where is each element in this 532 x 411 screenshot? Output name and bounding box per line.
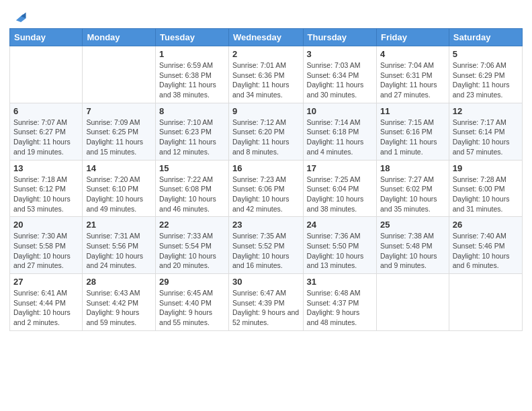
calendar-cell: 17Sunrise: 7:25 AM Sunset: 6:04 PM Dayli…	[303, 160, 376, 217]
calendar: SundayMondayTuesdayWednesdayThursdayFrid…	[9, 28, 523, 331]
calendar-cell: 19Sunrise: 7:28 AM Sunset: 6:00 PM Dayli…	[449, 160, 522, 217]
day-info: Sunrise: 7:10 AM Sunset: 6:23 PM Dayligh…	[159, 118, 225, 157]
calendar-cell: 18Sunrise: 7:27 AM Sunset: 6:02 PM Dayli…	[376, 160, 449, 217]
calendar-cell	[10, 46, 83, 103]
day-info: Sunrise: 7:28 AM Sunset: 6:00 PM Dayligh…	[453, 175, 519, 214]
day-info: Sunrise: 6:45 AM Sunset: 4:40 PM Dayligh…	[159, 288, 225, 328]
day-number: 15	[159, 163, 225, 173]
day-info: Sunrise: 6:43 AM Sunset: 4:42 PM Dayligh…	[86, 288, 152, 328]
day-info: Sunrise: 7:36 AM Sunset: 5:50 PM Dayligh…	[307, 231, 373, 271]
day-number: 24	[307, 220, 373, 230]
week-row-1: 1Sunrise: 6:59 AM Sunset: 6:38 PM Daylig…	[10, 46, 523, 103]
day-number: 26	[453, 220, 519, 230]
calendar-cell: 4Sunrise: 7:04 AM Sunset: 6:31 PM Daylig…	[376, 46, 449, 103]
day-info: Sunrise: 7:33 AM Sunset: 5:54 PM Dayligh…	[159, 231, 225, 271]
week-row-2: 6Sunrise: 7:07 AM Sunset: 6:27 PM Daylig…	[10, 103, 523, 160]
weekday-header-saturday: Saturday	[449, 29, 522, 46]
calendar-cell: 25Sunrise: 7:38 AM Sunset: 5:48 PM Dayli…	[376, 217, 449, 274]
day-number: 3	[307, 49, 373, 59]
weekday-header-row: SundayMondayTuesdayWednesdayThursdayFrid…	[10, 29, 523, 46]
day-number: 4	[380, 49, 445, 59]
day-number: 22	[159, 220, 225, 230]
calendar-cell: 31Sunrise: 6:48 AM Sunset: 4:37 PM Dayli…	[303, 274, 376, 331]
day-info: Sunrise: 7:23 AM Sunset: 6:06 PM Dayligh…	[232, 175, 300, 214]
day-info: Sunrise: 7:40 AM Sunset: 5:46 PM Dayligh…	[453, 231, 519, 271]
day-info: Sunrise: 7:22 AM Sunset: 6:08 PM Dayligh…	[159, 175, 225, 214]
calendar-cell: 1Sunrise: 6:59 AM Sunset: 6:38 PM Daylig…	[156, 46, 229, 103]
weekday-header-friday: Friday	[376, 29, 449, 46]
calendar-cell: 9Sunrise: 7:12 AM Sunset: 6:20 PM Daylig…	[228, 103, 303, 160]
day-number: 10	[307, 106, 373, 116]
day-number: 30	[232, 277, 300, 287]
day-number: 13	[13, 163, 79, 173]
week-row-3: 13Sunrise: 7:18 AM Sunset: 6:12 PM Dayli…	[10, 160, 523, 217]
day-number: 18	[380, 163, 445, 173]
day-info: Sunrise: 7:12 AM Sunset: 6:20 PM Dayligh…	[232, 118, 300, 157]
day-number: 14	[86, 163, 152, 173]
calendar-cell: 10Sunrise: 7:14 AM Sunset: 6:18 PM Dayli…	[303, 103, 376, 160]
calendar-cell: 16Sunrise: 7:23 AM Sunset: 6:06 PM Dayli…	[228, 160, 303, 217]
day-info: Sunrise: 6:41 AM Sunset: 4:44 PM Dayligh…	[13, 288, 79, 328]
calendar-cell: 12Sunrise: 7:17 AM Sunset: 6:14 PM Dayli…	[449, 103, 522, 160]
day-info: Sunrise: 7:18 AM Sunset: 6:12 PM Dayligh…	[13, 175, 79, 214]
header	[9, 7, 523, 24]
day-info: Sunrise: 6:47 AM Sunset: 4:39 PM Dayligh…	[232, 288, 300, 328]
calendar-cell: 28Sunrise: 6:43 AM Sunset: 4:42 PM Dayli…	[83, 274, 156, 331]
calendar-cell: 7Sunrise: 7:09 AM Sunset: 6:25 PM Daylig…	[83, 103, 156, 160]
calendar-cell: 24Sunrise: 7:36 AM Sunset: 5:50 PM Dayli…	[303, 217, 376, 274]
calendar-cell: 30Sunrise: 6:47 AM Sunset: 4:39 PM Dayli…	[228, 274, 303, 331]
day-number: 27	[13, 277, 79, 287]
day-number: 7	[86, 106, 152, 116]
day-number: 8	[159, 106, 225, 116]
calendar-cell: 6Sunrise: 7:07 AM Sunset: 6:27 PM Daylig…	[10, 103, 83, 160]
day-number: 20	[13, 220, 79, 230]
day-number: 19	[453, 163, 519, 173]
logo	[9, 9, 27, 24]
day-info: Sunrise: 7:15 AM Sunset: 6:16 PM Dayligh…	[380, 118, 445, 157]
day-info: Sunrise: 7:03 AM Sunset: 6:34 PM Dayligh…	[307, 60, 373, 100]
day-info: Sunrise: 7:38 AM Sunset: 5:48 PM Dayligh…	[380, 231, 445, 271]
day-number: 12	[453, 106, 519, 116]
day-info: Sunrise: 7:27 AM Sunset: 6:02 PM Dayligh…	[380, 175, 445, 214]
day-number: 2	[232, 49, 300, 59]
logo-icon	[12, 9, 27, 24]
calendar-cell: 20Sunrise: 7:30 AM Sunset: 5:58 PM Dayli…	[10, 217, 83, 274]
calendar-cell: 13Sunrise: 7:18 AM Sunset: 6:12 PM Dayli…	[10, 160, 83, 217]
day-info: Sunrise: 7:20 AM Sunset: 6:10 PM Dayligh…	[86, 175, 152, 214]
calendar-cell: 2Sunrise: 7:01 AM Sunset: 6:36 PM Daylig…	[228, 46, 303, 103]
calendar-cell: 14Sunrise: 7:20 AM Sunset: 6:10 PM Dayli…	[83, 160, 156, 217]
calendar-cell: 8Sunrise: 7:10 AM Sunset: 6:23 PM Daylig…	[156, 103, 229, 160]
day-number: 21	[86, 220, 152, 230]
weekday-header-wednesday: Wednesday	[228, 29, 303, 46]
day-info: Sunrise: 7:17 AM Sunset: 6:14 PM Dayligh…	[453, 118, 519, 157]
day-number: 16	[232, 163, 300, 173]
day-info: Sunrise: 7:04 AM Sunset: 6:31 PM Dayligh…	[380, 60, 445, 100]
calendar-cell: 5Sunrise: 7:06 AM Sunset: 6:29 PM Daylig…	[449, 46, 522, 103]
weekday-header-monday: Monday	[83, 29, 156, 46]
day-info: Sunrise: 6:48 AM Sunset: 4:37 PM Dayligh…	[307, 288, 373, 328]
day-number: 9	[232, 106, 300, 116]
day-number: 29	[159, 277, 225, 287]
calendar-cell: 3Sunrise: 7:03 AM Sunset: 6:34 PM Daylig…	[303, 46, 376, 103]
day-info: Sunrise: 7:31 AM Sunset: 5:56 PM Dayligh…	[86, 231, 152, 271]
day-number: 28	[86, 277, 152, 287]
day-info: Sunrise: 7:01 AM Sunset: 6:36 PM Dayligh…	[232, 60, 300, 100]
day-number: 1	[159, 49, 225, 59]
calendar-cell: 29Sunrise: 6:45 AM Sunset: 4:40 PM Dayli…	[156, 274, 229, 331]
calendar-cell: 23Sunrise: 7:35 AM Sunset: 5:52 PM Dayli…	[228, 217, 303, 274]
calendar-cell: 22Sunrise: 7:33 AM Sunset: 5:54 PM Dayli…	[156, 217, 229, 274]
day-info: Sunrise: 7:30 AM Sunset: 5:58 PM Dayligh…	[13, 231, 79, 271]
calendar-cell: 11Sunrise: 7:15 AM Sunset: 6:16 PM Dayli…	[376, 103, 449, 160]
day-info: Sunrise: 7:09 AM Sunset: 6:25 PM Dayligh…	[86, 118, 152, 157]
calendar-cell: 15Sunrise: 7:22 AM Sunset: 6:08 PM Dayli…	[156, 160, 229, 217]
day-info: Sunrise: 7:25 AM Sunset: 6:04 PM Dayligh…	[307, 175, 373, 214]
calendar-cell	[449, 274, 522, 331]
day-info: Sunrise: 7:07 AM Sunset: 6:27 PM Dayligh…	[13, 118, 79, 157]
day-info: Sunrise: 7:06 AM Sunset: 6:29 PM Dayligh…	[453, 60, 519, 100]
day-info: Sunrise: 7:14 AM Sunset: 6:18 PM Dayligh…	[307, 118, 373, 157]
week-row-5: 27Sunrise: 6:41 AM Sunset: 4:44 PM Dayli…	[10, 274, 523, 331]
day-info: Sunrise: 7:35 AM Sunset: 5:52 PM Dayligh…	[232, 231, 300, 271]
day-number: 11	[380, 106, 445, 116]
weekday-header-sunday: Sunday	[10, 29, 83, 46]
weekday-header-thursday: Thursday	[303, 29, 376, 46]
